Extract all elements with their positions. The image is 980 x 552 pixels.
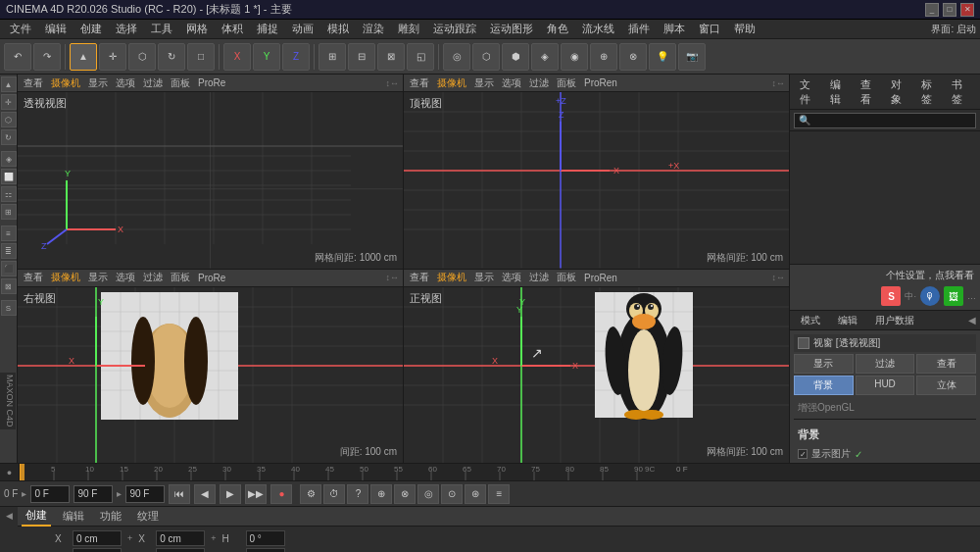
minimize-button[interactable]: _ [925, 3, 939, 17]
tab-edit[interactable]: 编辑 [59, 507, 88, 526]
userdata-btn[interactable]: 用户数据 [868, 312, 921, 329]
ctrl-extra5[interactable]: ⊗ [394, 484, 416, 504]
obj-btn3[interactable]: ⬢ [502, 43, 529, 71]
next-frame-btn[interactable]: ▶▶ [245, 484, 267, 504]
ctrl-extra3[interactable]: ? [347, 484, 368, 504]
tab-texture[interactable]: 纹理 [133, 507, 163, 526]
menu-render[interactable]: 渲染 [357, 20, 390, 38]
viewport-content-top[interactable]: +Z +X X Z 顶视图 网格间距: 100 cm [404, 92, 789, 269]
tool-rotate[interactable]: ↻ [1, 129, 17, 145]
ctrl-extra2[interactable]: ⏱ [323, 484, 345, 504]
vp-display-bl[interactable]: 显示 [86, 271, 110, 284]
menu-volume[interactable]: 体积 [216, 20, 249, 38]
frame-btn4[interactable]: ◱ [407, 43, 434, 71]
tab-create[interactable]: 创建 [22, 506, 51, 527]
arrow-left[interactable]: ◀ [968, 315, 976, 326]
menu-animate[interactable]: 动画 [286, 20, 319, 38]
ctrl-extra9[interactable]: ≡ [488, 484, 510, 504]
vp-pro-tl[interactable]: ProRe [196, 77, 227, 88]
menu-create[interactable]: 创建 [74, 20, 108, 38]
tool-8[interactable]: ≡ [1, 226, 17, 241]
close-button[interactable]: ✕ [960, 3, 974, 17]
vp-camera-br[interactable]: 摄像机 [435, 271, 468, 284]
tool-12[interactable]: S [1, 300, 17, 316]
menu-snap[interactable]: 捕捉 [251, 20, 284, 38]
start-frame-input[interactable] [30, 485, 70, 503]
tab-hud[interactable]: HUD [856, 376, 915, 395]
rotate-tool[interactable]: ↻ [158, 43, 185, 71]
redo-button[interactable]: ↷ [33, 43, 61, 71]
rp-bookmarks[interactable]: 书签 [948, 75, 974, 109]
move-tool[interactable]: ✛ [99, 43, 126, 71]
obj-btn8[interactable]: 💡 [649, 43, 676, 71]
tool-move[interactable]: ✛ [1, 94, 17, 110]
prev-frame-btn[interactable]: ◀ [194, 484, 216, 504]
select-tool[interactable]: ▲ [70, 43, 97, 71]
menu-simulate[interactable]: 模拟 [321, 20, 355, 38]
vp-camera-bl[interactable]: 摄像机 [49, 271, 82, 284]
menu-pipeline[interactable]: 流水线 [576, 20, 620, 38]
ctrl-extra1[interactable]: ⚙ [300, 484, 321, 504]
menu-scripts[interactable]: 脚本 [658, 20, 691, 38]
menu-character[interactable]: 角色 [541, 20, 574, 38]
coord-h[interactable] [246, 530, 285, 546]
tab-background[interactable]: 背景 [794, 376, 854, 395]
rp-file[interactable]: 文件 [796, 75, 822, 109]
rp-tags[interactable]: 标签 [917, 75, 944, 109]
record-btn[interactable]: ● [270, 484, 292, 504]
obj-btn9[interactable]: 📷 [678, 43, 706, 71]
vp-camera-tr[interactable]: 摄像机 [435, 76, 468, 90]
coord-y2[interactable] [156, 548, 205, 552]
window-controls[interactable]: _ □ ✕ [925, 3, 974, 17]
tool-7[interactable]: ⊞ [1, 204, 17, 220]
rp-edit[interactable]: 编辑 [826, 75, 853, 109]
vp-camera-tl[interactable]: 摄像机 [49, 76, 82, 90]
viewport-content-right[interactable]: X Y 右视图 间距: 100 cm [18, 287, 403, 464]
ctrl-extra7[interactable]: ⊙ [441, 484, 463, 504]
obj-btn5[interactable]: ◉ [561, 43, 588, 71]
menu-select[interactable]: 选择 [110, 20, 143, 38]
select-all[interactable]: □ [187, 43, 215, 71]
vp-panel-br[interactable]: 面板 [555, 271, 578, 284]
vp-view-bl[interactable]: 查看 [22, 271, 45, 284]
vp-filter-tl[interactable]: 过滤 [141, 76, 165, 90]
search-input[interactable] [794, 113, 976, 128]
menu-plugins[interactable]: 插件 [622, 20, 656, 38]
maximize-button[interactable]: □ [943, 3, 956, 17]
vp-options-br[interactable]: 选项 [500, 271, 523, 284]
vp-filter-tr[interactable]: 过滤 [527, 76, 551, 90]
tool-scale[interactable]: ⬡ [1, 112, 17, 127]
tool-5[interactable]: ⬜ [1, 169, 17, 184]
tool-10[interactable]: ⬛ [1, 261, 17, 276]
frame-btn2[interactable]: ⊟ [348, 43, 375, 71]
ctrl-extra4[interactable]: ⊕ [370, 484, 392, 504]
obj-btn7[interactable]: ⊗ [619, 43, 647, 71]
play-start-btn[interactable]: ⏮ [169, 484, 190, 504]
vp-panel-tr[interactable]: 面板 [555, 76, 578, 90]
vp-panel-tl[interactable]: 面板 [169, 76, 192, 90]
vp-filter-bl[interactable]: 过滤 [141, 271, 165, 284]
vp-view-tr[interactable]: 查看 [408, 76, 431, 90]
vp-options-bl[interactable]: 选项 [114, 271, 137, 284]
obj-btn2[interactable]: ⬡ [472, 43, 500, 71]
tab-filter[interactable]: 过滤 [856, 354, 915, 374]
edit-btn[interactable]: 编辑 [831, 312, 864, 329]
coord-p[interactable] [246, 548, 285, 552]
mode-btn[interactable]: 模式 [794, 312, 827, 329]
tool-4[interactable]: ◈ [1, 151, 17, 167]
vp-display-tr[interactable]: 显示 [472, 76, 496, 90]
obj-btn1[interactable]: ◎ [443, 43, 470, 71]
menu-edit[interactable]: 编辑 [39, 20, 73, 38]
menu-help[interactable]: 帮助 [728, 20, 761, 38]
tab-function[interactable]: 功能 [96, 507, 125, 526]
timeline-ruler[interactable]: 5 10 15 20 25 30 35 40 45 50 55 60 65 [20, 464, 980, 480]
y-axis[interactable]: Y [253, 43, 280, 71]
menu-tools[interactable]: 工具 [145, 20, 178, 38]
menu-mesh[interactable]: 网格 [180, 20, 214, 38]
z-axis[interactable]: Z [282, 43, 310, 71]
coord-y1[interactable] [73, 548, 122, 552]
ctrl-extra8[interactable]: ⊛ [465, 484, 486, 504]
obj-btn4[interactable]: ◈ [531, 43, 559, 71]
play-btn[interactable]: ▶ [220, 484, 241, 504]
x-axis[interactable]: X [223, 43, 251, 71]
